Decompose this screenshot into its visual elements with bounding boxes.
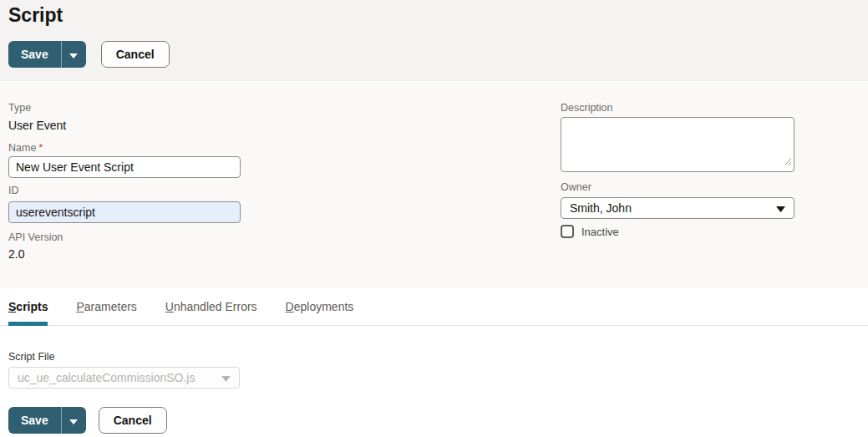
chevron-down-icon — [69, 48, 78, 61]
script-file-select[interactable]: uc_ue_calculateCommissionSO.js — [8, 367, 240, 389]
save-button[interactable]: Save — [8, 41, 61, 68]
description-field-wrap — [561, 117, 794, 172]
save-split-button[interactable]: Save — [8, 41, 86, 68]
api-version-value: 2.0 — [8, 247, 24, 261]
name-label: Name* — [8, 140, 43, 155]
type-label: Type — [8, 102, 31, 114]
save-button-bottom[interactable]: Save — [8, 407, 61, 434]
chevron-down-icon — [776, 201, 785, 215]
tab-parameters[interactable]: Parameters — [76, 288, 136, 325]
tabs-bar: Scripts Parameters Unhandled Errors Depl… — [0, 288, 868, 326]
main-form: Type User Event Name* ID API Version 2.0… — [0, 82, 868, 288]
description-textarea[interactable] — [561, 117, 794, 172]
script-file-label: Script File — [8, 351, 55, 363]
cancel-button[interactable]: Cancel — [101, 41, 170, 68]
tab-deployments[interactable]: Deployments — [286, 288, 354, 325]
page-header: Script Save Cancel — [0, 0, 868, 81]
tab-section: Scripts Parameters Unhandled Errors Depl… — [0, 288, 868, 437]
id-label: ID — [8, 185, 19, 196]
owner-select[interactable]: Smith, John — [561, 197, 794, 219]
tab-scripts[interactable]: Scripts — [8, 288, 48, 325]
type-value: User Event — [8, 119, 66, 132]
inactive-checkbox-label: Inactive — [581, 226, 619, 238]
name-input[interactable] — [8, 156, 241, 178]
id-input[interactable] — [8, 201, 241, 223]
chevron-down-icon — [221, 371, 231, 384]
save-split-button-bottom[interactable]: Save — [8, 407, 86, 434]
inactive-checkbox[interactable] — [561, 225, 574, 238]
required-asterisk: * — [38, 141, 43, 154]
top-toolbar: Save Cancel — [8, 41, 170, 68]
chevron-down-icon — [69, 414, 78, 427]
inactive-checkbox-row[interactable]: Inactive — [561, 225, 619, 238]
bottom-toolbar: Save Cancel — [8, 407, 167, 434]
save-options-button[interactable] — [61, 41, 86, 68]
owner-label: Owner — [561, 181, 591, 193]
owner-select-value: Smith, John — [570, 201, 632, 215]
page-title: Script — [8, 4, 63, 27]
cancel-button-bottom[interactable]: Cancel — [99, 407, 167, 434]
tab-unhandled-errors[interactable]: Unhandled Errors — [165, 288, 257, 325]
save-options-button-bottom[interactable] — [61, 407, 86, 434]
api-version-label: API Version — [8, 231, 63, 243]
script-file-select-value: uc_ue_calculateCommissionSO.js — [18, 371, 195, 384]
description-label: Description — [561, 102, 613, 114]
